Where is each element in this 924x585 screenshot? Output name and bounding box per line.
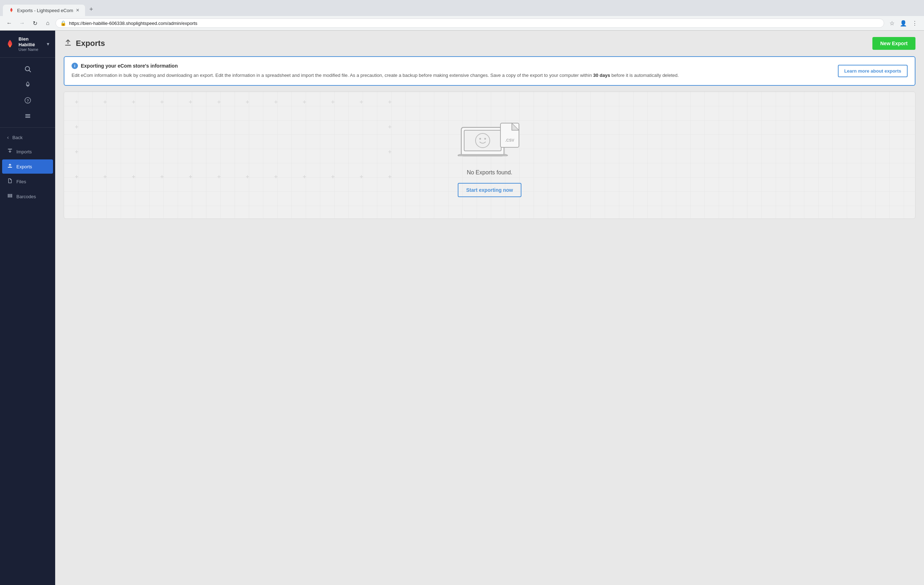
bookmark-button[interactable]: ☆ bbox=[887, 18, 897, 28]
sidebar-list-icon[interactable] bbox=[21, 109, 35, 123]
info-banner-content: i Exporting your eCom store's informatio… bbox=[71, 63, 832, 79]
info-banner: i Exporting your eCom store's informatio… bbox=[64, 56, 916, 86]
tab-favicon bbox=[8, 7, 14, 13]
imports-label: Imports bbox=[16, 149, 32, 155]
svg-rect-12 bbox=[12, 194, 12, 198]
exports-label: Exports bbox=[16, 164, 32, 170]
svg-text:.CSV: .CSV bbox=[505, 138, 514, 142]
svg-rect-5 bbox=[25, 117, 30, 118]
sidebar-nav: ‹ Back Imports Exports Files bbox=[0, 128, 55, 585]
sidebar-icon-group: ? bbox=[0, 58, 55, 128]
empty-state-content: .CSV No Exports found. Start exporting n… bbox=[458, 113, 522, 197]
plus-decoration: + bbox=[189, 99, 193, 105]
sidebar-item-files[interactable]: Files bbox=[2, 175, 53, 189]
lock-icon: 🔒 bbox=[60, 20, 66, 26]
info-banner-text: Edit eCom information in bulk by creatin… bbox=[71, 72, 832, 79]
header-left: Exports bbox=[64, 38, 105, 49]
sidebar-brand-text: Bien Habillié User Name bbox=[18, 36, 42, 52]
plus-decoration: + bbox=[189, 174, 193, 180]
plus-decoration: + bbox=[132, 174, 135, 180]
sidebar-item-exports[interactable]: Exports bbox=[2, 160, 53, 174]
svg-text:?: ? bbox=[26, 99, 28, 103]
start-exporting-button[interactable]: Start exporting now bbox=[458, 183, 521, 197]
brand-name: Bien Habillié bbox=[18, 36, 42, 47]
svg-point-0 bbox=[25, 66, 30, 71]
svg-rect-10 bbox=[10, 194, 10, 198]
page-title: Exports bbox=[76, 39, 105, 48]
csv-illustration: .CSV bbox=[458, 113, 522, 161]
plus-decoration: + bbox=[274, 99, 278, 105]
profile-button[interactable]: 👤 bbox=[898, 18, 908, 28]
main-content: Exports New Export i Exporting your eCom… bbox=[55, 31, 924, 585]
app-container: Bien Habillié User Name ▼ ? ‹ Bac bbox=[0, 31, 924, 585]
sidebar-search-icon[interactable] bbox=[21, 62, 35, 76]
sidebar-brand[interactable]: Bien Habillié User Name ▼ bbox=[0, 31, 55, 58]
plus-decoration: + bbox=[331, 99, 335, 105]
plus-decoration: + bbox=[75, 124, 79, 130]
svg-rect-8 bbox=[8, 194, 8, 198]
plus-decoration: + bbox=[103, 99, 107, 105]
plus-decoration: + bbox=[360, 99, 363, 105]
sidebar-item-imports[interactable]: Imports bbox=[2, 145, 53, 159]
browser-tabs: Exports - Lightspeed eCom × + bbox=[0, 0, 924, 16]
reload-button[interactable]: ↻ bbox=[30, 18, 40, 28]
plus-decoration: + bbox=[217, 174, 221, 180]
plus-decoration: + bbox=[302, 99, 307, 105]
svg-rect-11 bbox=[11, 194, 11, 198]
svg-rect-13 bbox=[65, 45, 71, 46]
learn-more-button[interactable]: Learn more about exports bbox=[838, 65, 908, 77]
new-tab-button[interactable]: + bbox=[85, 3, 97, 16]
back-button[interactable]: ← bbox=[4, 18, 14, 28]
plus-decoration: + bbox=[388, 124, 392, 130]
info-banner-title: i Exporting your eCom store's informatio… bbox=[71, 63, 832, 69]
sidebar-help-icon[interactable]: ? bbox=[21, 93, 35, 107]
exports-header-icon bbox=[64, 38, 72, 49]
sidebar-item-barcodes[interactable]: Barcodes bbox=[2, 189, 53, 204]
barcodes-icon bbox=[7, 193, 13, 200]
plus-decoration: + bbox=[274, 174, 278, 180]
url-input[interactable] bbox=[69, 21, 879, 26]
sidebar-bell-icon[interactable] bbox=[21, 77, 35, 92]
plus-decoration: + bbox=[388, 99, 392, 105]
files-icon bbox=[7, 178, 13, 185]
no-exports-text: No Exports found. bbox=[467, 170, 512, 176]
plus-decoration: + bbox=[302, 174, 307, 180]
svg-rect-19 bbox=[500, 123, 519, 147]
browser-chrome: Exports - Lightspeed eCom × + ← → ↻ ⌂ 🔒 … bbox=[0, 0, 924, 31]
browser-toolbar: ← → ↻ ⌂ 🔒 ☆ 👤 ⋮ bbox=[0, 16, 924, 30]
brand-logo bbox=[5, 39, 15, 49]
plus-decoration: + bbox=[75, 149, 79, 155]
sidebar-item-back[interactable]: ‹ Back bbox=[2, 131, 53, 144]
plus-decoration: + bbox=[388, 174, 392, 180]
back-chevron-icon: ‹ bbox=[7, 135, 9, 140]
plus-decoration: + bbox=[246, 99, 249, 105]
exports-icon bbox=[7, 163, 13, 170]
svg-rect-3 bbox=[25, 114, 30, 115]
plus-decoration: + bbox=[160, 99, 164, 105]
info-icon: i bbox=[71, 63, 78, 69]
svg-rect-7 bbox=[8, 167, 12, 168]
empty-state-card: + + + + + + + + + + + + + + + + + + + + bbox=[64, 91, 916, 219]
plus-decoration: + bbox=[75, 99, 79, 105]
svg-rect-9 bbox=[9, 194, 9, 198]
sidebar: Bien Habillié User Name ▼ ? ‹ Bac bbox=[0, 31, 55, 585]
new-export-button[interactable]: New Export bbox=[873, 37, 916, 50]
main-header: Exports New Export bbox=[55, 31, 924, 56]
active-tab[interactable]: Exports - Lightspeed eCom × bbox=[3, 5, 85, 16]
barcodes-label: Barcodes bbox=[16, 194, 36, 199]
plus-decoration: + bbox=[388, 149, 392, 155]
plus-decoration: + bbox=[331, 174, 335, 180]
plus-decoration: + bbox=[132, 99, 135, 105]
svg-rect-6 bbox=[8, 149, 12, 150]
home-button[interactable]: ⌂ bbox=[43, 18, 53, 28]
plus-decoration: + bbox=[103, 174, 107, 180]
address-bar[interactable]: 🔒 bbox=[56, 18, 884, 28]
tab-title: Exports - Lightspeed eCom bbox=[17, 8, 73, 13]
sidebar-back-label: Back bbox=[12, 135, 23, 140]
forward-button[interactable]: → bbox=[17, 18, 27, 28]
tab-close-button[interactable]: × bbox=[76, 7, 79, 13]
brand-sub: User Name bbox=[18, 47, 42, 52]
menu-button[interactable]: ⋮ bbox=[910, 18, 920, 28]
plus-decoration: + bbox=[160, 174, 164, 180]
files-label: Files bbox=[16, 179, 26, 185]
